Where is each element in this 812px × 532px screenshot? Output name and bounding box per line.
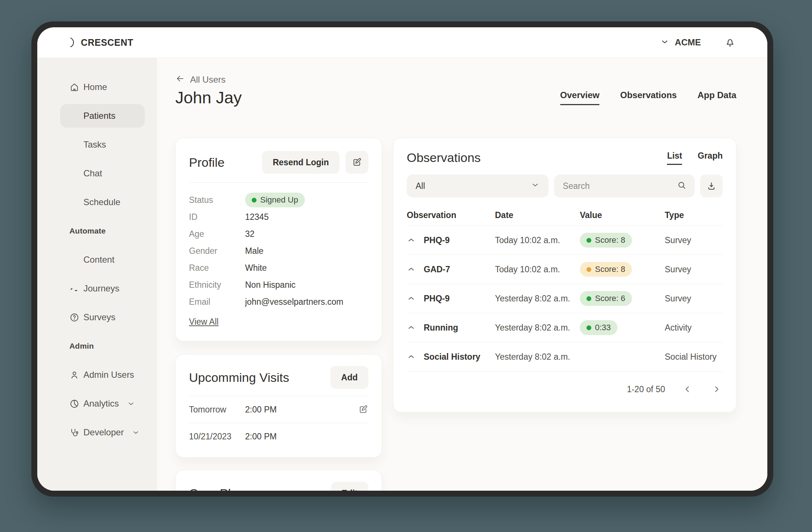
observation-date: Today 10:02 a.m. (495, 265, 580, 274)
chevron-down-icon (660, 37, 669, 48)
profile-field-email: Email john@vesselpartners.com (189, 293, 368, 310)
observation-name: Running (424, 323, 458, 333)
sidebar-item-analytics[interactable]: Analytics (37, 392, 156, 415)
observation-name: Social History (424, 352, 480, 362)
visit-date: Tomorrow (189, 405, 245, 415)
chevron-right-icon (712, 384, 721, 394)
sidebar-item-home[interactable]: Home (37, 75, 156, 99)
page-title: John Jay (175, 88, 242, 107)
visit-date: 10/21/2023 (189, 432, 245, 442)
pagination: 1-20 of 50 (407, 377, 723, 401)
resend-login-button[interactable]: Resend Login (262, 151, 340, 174)
org-switcher[interactable]: ACME (660, 37, 701, 48)
column-header: Date (495, 210, 580, 220)
sidebar-item-chat[interactable]: Chat (37, 162, 156, 185)
sidebar-item-patients[interactable]: Patients (60, 104, 145, 128)
brand-name: CRESCENT (81, 37, 133, 48)
edit-icon (352, 157, 362, 167)
select-value: All (416, 181, 425, 191)
observation-date: Today 10:02 a.m. (495, 235, 580, 245)
search-box (554, 175, 695, 197)
profile-field-id: ID 12345 (189, 208, 368, 225)
care-plan-card: Care Plan Edit Plan Weight Loss (1) (175, 470, 382, 491)
edit-visit-button[interactable] (358, 404, 368, 415)
back-arrow-icon (175, 74, 185, 86)
visit-time: 2:00 PM (245, 432, 368, 442)
app-window: CRESCENT ACME (37, 27, 767, 491)
sidebar-item-label: Home (83, 82, 107, 92)
profile-card: Profile Resend Login (175, 138, 382, 341)
profile-field-race: Race White (189, 259, 368, 276)
tab-overview[interactable]: Overview (560, 90, 600, 105)
chevron-up-icon[interactable] (407, 265, 416, 274)
visits-card-title: Upcomming Visits (189, 370, 289, 385)
chevron-down-icon (127, 400, 135, 408)
tab-app-data[interactable]: App Data (698, 90, 736, 105)
add-visit-button[interactable]: Add (330, 366, 368, 389)
next-page-button[interactable] (710, 383, 723, 395)
profile-field-age: Age 32 (189, 225, 368, 242)
notifications-bell-icon[interactable] (725, 37, 736, 48)
edit-care-plan-button[interactable]: Edit (331, 482, 368, 491)
previous-page-button[interactable] (681, 383, 694, 395)
value-badge: Score: 8 (580, 233, 632, 248)
view-tab-graph[interactable]: Graph (698, 151, 723, 165)
chevron-up-icon[interactable] (407, 236, 416, 245)
developer-icon (69, 428, 79, 438)
chevron-left-icon (683, 384, 692, 394)
edit-icon (358, 404, 368, 415)
visit-time: 2:00 PM (245, 405, 358, 415)
table-row: GAD-7 Today 10:02 a.m. Score: 8 Survey (407, 255, 723, 284)
search-input[interactable] (562, 181, 677, 191)
visit-row: Tomorrow 2:00 PM (189, 396, 368, 423)
page-tabs: Overview Observations App Data (560, 90, 736, 107)
field-label: Status (189, 195, 245, 205)
observation-type: Survey (665, 235, 723, 245)
field-label: ID (189, 212, 245, 222)
field-value: 12345 (245, 212, 269, 222)
sidebar-section-automate: Automate (37, 219, 156, 243)
observation-date: Yesterday 8:02 a.m. (495, 352, 580, 362)
table-row: Social History Yesterday 8:02 a.m. Socia… (407, 342, 723, 372)
chevron-up-icon[interactable] (407, 294, 416, 303)
observation-filter-select[interactable]: All (407, 175, 548, 197)
tab-observations[interactable]: Observations (620, 90, 677, 105)
sidebar: Home Patients Tasks Chat Schedule Automa… (37, 58, 157, 491)
sidebar-item-developer[interactable]: Developer (37, 421, 156, 444)
field-value: Non Hispanic (245, 280, 296, 290)
sidebar-item-surveys[interactable]: Surveys (37, 305, 156, 329)
field-label: Age (189, 229, 245, 239)
chevron-up-icon[interactable] (407, 352, 416, 361)
profile-field-ethnicity: Ethnicity Non Hispanic (189, 276, 368, 293)
chevron-down-icon (531, 180, 540, 191)
main-area: All Users John Jay Overview Observations… (157, 58, 767, 491)
sidebar-item-tasks[interactable]: Tasks (37, 133, 156, 156)
sidebar-item-admin-users[interactable]: Admin Users (37, 363, 156, 387)
crescent-icon (67, 36, 78, 49)
sidebar-item-content[interactable]: Content (37, 248, 156, 272)
sidebar-item-label: Admin Users (83, 370, 134, 380)
table-row: Running Yesterday 8:02 a.m. 0:33 Activit… (407, 313, 723, 342)
sidebar-item-schedule[interactable]: Schedule (37, 190, 156, 214)
edit-profile-button[interactable] (345, 151, 368, 174)
view-tab-list[interactable]: List (667, 151, 682, 165)
question-circle-icon (69, 312, 79, 322)
value-badge: 0:33 (580, 320, 617, 335)
sidebar-item-journeys[interactable]: Journeys (37, 277, 156, 300)
profile-card-title: Profile (189, 155, 224, 170)
sidebar-item-label: Analytics (83, 398, 119, 409)
visit-row: 10/21/2023 2:00 PM (189, 423, 368, 450)
view-all-link[interactable]: View All (189, 317, 219, 327)
field-label: Email (189, 297, 245, 307)
field-value: john@vesselpartners.com (245, 297, 343, 307)
value-badge: Score: 6 (580, 291, 632, 306)
download-button[interactable] (700, 175, 723, 197)
field-label: Ethnicity (189, 280, 245, 290)
chevron-up-icon[interactable] (407, 323, 416, 332)
sidebar-item-label: Developer (83, 427, 124, 438)
download-icon (706, 181, 716, 191)
brand-logo: CRESCENT (67, 36, 133, 49)
observations-card-title: Observations (407, 151, 481, 165)
table-header-row: Observation Date Value Type (407, 205, 723, 225)
back-link[interactable]: All Users (175, 74, 736, 85)
